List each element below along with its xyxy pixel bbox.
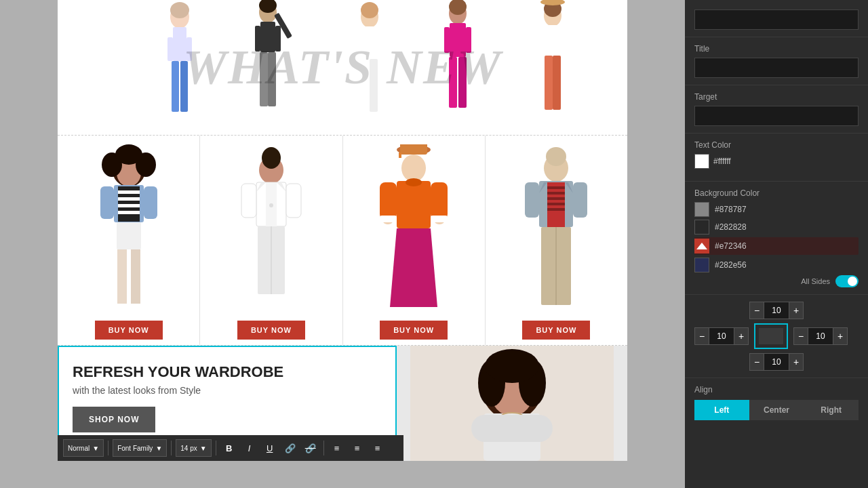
title-input[interactable] — [694, 58, 859, 78]
align-center-button[interactable]: ≡ — [349, 439, 366, 457]
text-color-row: #ffffff — [694, 154, 859, 169]
bottom-image — [397, 346, 627, 461]
product-item-3: BUY NOW — [343, 136, 486, 345]
bg-color-value-3: #e72346 — [715, 241, 859, 251]
svg-rect-33 — [540, 29, 545, 54]
svg-point-42 — [115, 144, 142, 165]
svg-rect-66 — [400, 144, 427, 155]
all-sides-toggle[interactable] — [835, 275, 859, 287]
padding-right-plus[interactable]: + — [833, 327, 848, 345]
font-size-dropdown[interactable]: 14 px ▼ — [176, 439, 211, 457]
toolbar: Normal ▼ Font Family ▼ 14 px ▼ B I U 🔗 🔗… — [58, 435, 403, 461]
underline-button[interactable]: U — [261, 439, 279, 457]
bg-color-row-1: #878787 — [694, 202, 859, 217]
panel-align-section: Align Left Center Right — [685, 378, 868, 427]
padding-top-minus[interactable]: − — [749, 302, 764, 319]
svg-rect-77 — [431, 216, 448, 222]
padding-bottom-minus[interactable]: − — [749, 353, 764, 371]
font-family-label: Font Family — [117, 445, 153, 452]
svg-point-70 — [406, 178, 422, 186]
text-color-swatch[interactable] — [694, 154, 709, 169]
svg-rect-101 — [471, 415, 553, 442]
svg-point-55 — [262, 147, 281, 169]
buy-button-2[interactable]: BUY NOW — [237, 321, 305, 340]
svg-rect-46 — [118, 197, 140, 201]
bg-color-value-2: #282828 — [715, 222, 859, 232]
target-input[interactable] — [694, 106, 859, 126]
svg-rect-37 — [546, 0, 559, 5]
bg-color-row-2: #282828 — [694, 220, 859, 235]
panel-bg-color-section: Background Color #878787 #282828 #e72346… — [685, 182, 868, 295]
all-sides-label: All Sides — [801, 277, 830, 285]
product-figure-3 — [359, 144, 468, 321]
align-left-button[interactable]: ≡ — [328, 439, 346, 457]
svg-rect-4 — [167, 37, 173, 61]
padding-left-plus[interactable]: + — [734, 327, 749, 345]
bg-color-swatch-1[interactable] — [694, 202, 709, 217]
padding-bottom-plus[interactable]: + — [789, 353, 804, 371]
svg-rect-89 — [525, 182, 539, 218]
svg-rect-52 — [117, 249, 127, 304]
link-button[interactable]: 🔗 — [281, 439, 299, 457]
panel-target-section: Target — [685, 85, 868, 134]
padding-top-plus[interactable]: + — [789, 302, 804, 319]
align-label: Align — [694, 385, 859, 394]
svg-point-68 — [401, 155, 426, 182]
product-figure-1 — [75, 144, 183, 321]
svg-rect-76 — [380, 216, 397, 222]
style-dropdown[interactable]: Normal ▼ — [63, 439, 104, 457]
align-center-btn[interactable]: Center — [749, 400, 804, 420]
svg-rect-71 — [380, 182, 397, 220]
style-label: Normal — [68, 445, 90, 452]
svg-rect-45 — [118, 190, 140, 194]
svg-rect-51 — [117, 222, 141, 249]
buy-button-1[interactable]: BUY NOW — [95, 321, 163, 340]
bg-color-swatch-3[interactable] — [694, 239, 709, 253]
product-item-2: BUY NOW — [200, 136, 342, 345]
products-section: BUY NOW — [58, 136, 627, 346]
padding-bottom-control: − 10 + — [694, 353, 859, 371]
svg-point-79 — [546, 147, 566, 166]
buy-button-4[interactable]: BUY NOW — [522, 321, 590, 340]
top-input[interactable] — [694, 9, 859, 30]
svg-rect-86 — [547, 208, 565, 211]
padding-inner — [759, 328, 783, 344]
padding-top-number: − 10 + — [749, 302, 804, 319]
style-chevron: ▼ — [92, 445, 99, 452]
right-panel: Title Target Text Color #ffffff Backgrou… — [685, 0, 868, 488]
padding-left-value: 10 — [709, 327, 734, 345]
toolbar-separator-4 — [323, 441, 324, 455]
promo-title: REFRESH YOUR WARDROBE — [73, 363, 382, 381]
bg-color-swatch-2[interactable] — [694, 220, 709, 235]
canvas-area: WHAT'S NEW — [0, 0, 685, 488]
font-family-dropdown[interactable]: Font Family ▼ — [113, 439, 167, 457]
align-left-btn[interactable]: Left — [694, 400, 749, 420]
padding-right-minus[interactable]: − — [793, 327, 808, 345]
bg-color-row-4: #282e56 — [694, 258, 859, 272]
promo-subtitle: with the latest looks from Style — [73, 385, 382, 396]
product-figure-2 — [217, 144, 326, 321]
toolbar-separator-1 — [108, 441, 108, 455]
padding-right-number: − 10 + — [793, 327, 848, 345]
toolbar-separator-3 — [216, 441, 216, 455]
product-item-1: BUY NOW — [58, 136, 200, 345]
bottom-figure — [410, 346, 614, 461]
svg-rect-69 — [397, 181, 431, 228]
bg-color-value-4: #282e56 — [715, 260, 859, 270]
svg-rect-48 — [118, 211, 140, 214]
shop-now-button[interactable]: SHOP NOW — [73, 407, 155, 432]
svg-rect-62 — [286, 184, 301, 218]
bold-button[interactable]: B — [220, 439, 238, 457]
align-right-btn[interactable]: Right — [804, 400, 859, 420]
italic-button[interactable]: I — [241, 439, 258, 457]
padding-visual — [754, 323, 788, 349]
align-right-button[interactable]: ≡ — [369, 439, 387, 457]
buy-button-3[interactable]: BUY NOW — [380, 321, 448, 340]
svg-rect-90 — [573, 182, 587, 218]
unlink-button[interactable]: 🔗 — [302, 439, 319, 457]
font-family-chevron: ▼ — [155, 445, 162, 452]
svg-rect-2 — [172, 61, 179, 112]
padding-left-minus[interactable]: − — [694, 327, 709, 345]
all-sides-row: All Sides — [694, 275, 859, 287]
bg-color-swatch-4[interactable] — [694, 258, 709, 272]
